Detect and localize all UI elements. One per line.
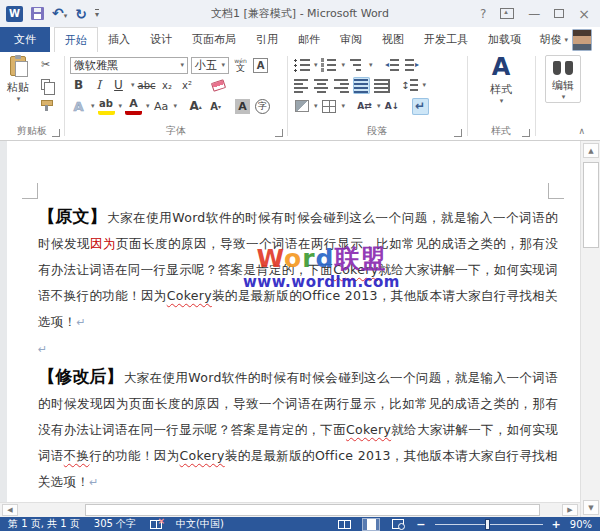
word-count[interactable]: 305 个字 xyxy=(94,517,136,531)
scroll-right-icon[interactable]: ▶ xyxy=(562,504,578,516)
bullets-button[interactable] xyxy=(293,57,310,74)
align-left-button[interactable] xyxy=(293,77,310,94)
underline-button[interactable]: U xyxy=(110,77,127,94)
character-shading-button[interactable]: A xyxy=(234,98,251,115)
close-icon[interactable]: × xyxy=(578,7,590,21)
multilevel-list-button[interactable] xyxy=(348,57,365,74)
clear-formatting-button[interactable] xyxy=(210,77,227,94)
editing-button[interactable]: 编辑 ▾ xyxy=(539,55,587,103)
vertical-scrollbar-thumb[interactable] xyxy=(583,162,599,248)
tab-home[interactable]: 开始 xyxy=(54,27,98,52)
undo-dropdown-icon[interactable]: ▾ xyxy=(64,12,68,20)
highlight-color-button[interactable]: ab xyxy=(98,98,115,115)
font-dialog-launcher[interactable] xyxy=(275,129,283,137)
text-segment[interactable]: 因为 xyxy=(90,236,116,251)
character-border-button[interactable]: A xyxy=(252,57,269,74)
text-effects-dropdown-icon[interactable]: ▾ xyxy=(91,102,95,110)
ribbon-display-options-icon[interactable] xyxy=(500,8,514,19)
asian-layout-button[interactable]: A⇄ xyxy=(356,98,373,115)
text-segment[interactable]: Cokery xyxy=(346,422,391,437)
text-segment[interactable]: Cokery xyxy=(180,448,225,463)
document-text[interactable]: 【原文】大家在使用Word软件的时候有时候会碰到这么一个问题，就是输入一个词语的… xyxy=(38,203,558,496)
text-segment[interactable]: 不换 xyxy=(64,448,90,463)
tab-mailings[interactable]: 邮件 xyxy=(288,27,330,52)
minimize-icon[interactable]: — xyxy=(528,8,540,20)
text-segment[interactable]: 【修改后】 xyxy=(38,366,124,386)
vertical-scrollbar[interactable]: ▲ ▼ xyxy=(580,141,600,517)
decrease-indent-button[interactable]: ◂ xyxy=(384,57,401,74)
redo-icon[interactable]: ↻ xyxy=(75,7,87,21)
text-segment[interactable]: 行的功能！因为 xyxy=(89,448,179,463)
asian-layout-dropdown-icon[interactable]: ▾ xyxy=(377,102,381,110)
save-icon[interactable] xyxy=(31,7,44,20)
shrink-font-button[interactable]: A xyxy=(207,98,224,115)
zoom-in-icon[interactable]: + xyxy=(552,518,561,531)
paste-button[interactable]: 粘贴 ▾ xyxy=(3,56,33,118)
text-segment[interactable]: ↵ xyxy=(38,343,48,356)
proofing-status[interactable]: × xyxy=(150,520,162,529)
shading-button[interactable] xyxy=(293,98,310,115)
document-paragraph[interactable]: 【原文】大家在使用Word软件的时候有时候会碰到这么一个问题，就是输入一个词语的… xyxy=(38,203,558,336)
word-logo-icon[interactable]: W xyxy=(6,6,23,22)
borders-dropdown-icon[interactable]: ▾ xyxy=(342,102,346,110)
sort-button[interactable]: A↓ xyxy=(384,98,401,115)
zoom-slider[interactable] xyxy=(435,524,543,525)
styles-dropdown-icon[interactable]: ▾ xyxy=(500,97,504,105)
avatar[interactable] xyxy=(572,29,592,51)
tab-page-layout[interactable]: 页面布局 xyxy=(182,27,246,52)
editing-dropdown-icon[interactable]: ▾ xyxy=(562,93,566,101)
subscript-button[interactable]: x₂ xyxy=(159,77,176,94)
align-right-button[interactable] xyxy=(333,77,350,94)
scroll-up-icon[interactable]: ▲ xyxy=(583,143,599,158)
paragraph-dialog-launcher[interactable] xyxy=(454,129,462,137)
change-case-button[interactable]: Aa xyxy=(153,98,170,115)
phonetic-guide-button[interactable]: wén 文 xyxy=(232,57,249,74)
justify-button[interactable] xyxy=(353,77,370,94)
account-name[interactable]: 胡俊 ▾ xyxy=(539,27,572,52)
scroll-left-icon[interactable]: ◀ xyxy=(2,504,18,516)
copy-icon[interactable] xyxy=(37,76,54,93)
print-layout-button[interactable] xyxy=(362,518,380,531)
enclose-characters-button[interactable]: 字 xyxy=(254,98,271,115)
superscript-button[interactable]: x² xyxy=(179,77,196,94)
tab-file[interactable]: 文件 xyxy=(0,27,50,52)
line-spacing-dropdown-icon[interactable]: ▾ xyxy=(422,81,426,89)
zoom-level[interactable]: 90% xyxy=(570,519,592,530)
text-segment[interactable]: ↵ xyxy=(89,476,99,489)
styles-button[interactable]: A 样式 ▾ xyxy=(469,55,533,105)
underline-dropdown-icon[interactable]: ▾ xyxy=(131,81,135,89)
increase-indent-button[interactable]: ▸ xyxy=(404,57,421,74)
tab-design[interactable]: 设计 xyxy=(140,27,182,52)
numbering-dropdown-icon[interactable]: ▾ xyxy=(342,61,346,69)
language-indicator[interactable]: 中文(中国) xyxy=(176,517,224,531)
tab-references[interactable]: 引用 xyxy=(246,27,288,52)
document-paragraph[interactable]: ↵ xyxy=(38,336,558,363)
zoom-slider-thumb[interactable] xyxy=(485,519,490,530)
bold-button[interactable]: B xyxy=(70,77,87,94)
font-name-dropdown-icon[interactable]: ▾ xyxy=(180,61,184,69)
font-color-dropdown-icon[interactable]: ▾ xyxy=(146,102,150,110)
text-segment[interactable]: Cokery xyxy=(333,262,378,277)
text-effects-button[interactable]: A xyxy=(70,98,87,115)
customize-qat-icon[interactable]: ▾ xyxy=(95,9,99,19)
numbering-button[interactable] xyxy=(321,57,338,74)
distribute-button[interactable] xyxy=(373,77,390,94)
font-name-combo[interactable]: 微软雅黑 ▾ xyxy=(70,57,188,74)
cut-icon[interactable]: ✂ xyxy=(37,56,54,73)
font-size-combo[interactable]: 小五 ▾ xyxy=(191,57,229,74)
change-case-dropdown-icon[interactable]: ▾ xyxy=(174,102,178,110)
format-painter-icon[interactable] xyxy=(37,96,54,113)
undo-button[interactable]: ↶▾ xyxy=(52,6,67,21)
bullets-dropdown-icon[interactable]: ▾ xyxy=(314,61,318,69)
highlight-dropdown-icon[interactable]: ▾ xyxy=(119,102,123,110)
page-indicator[interactable]: 第 1 页, 共 1 页 xyxy=(8,517,80,531)
grow-font-button[interactable]: A xyxy=(187,98,204,115)
horizontal-scrollbar-thumb[interactable] xyxy=(85,504,540,516)
multilevel-dropdown-icon[interactable]: ▾ xyxy=(369,61,373,69)
clipboard-dialog-launcher[interactable] xyxy=(52,129,60,137)
tab-insert[interactable]: 插入 xyxy=(98,27,140,52)
align-center-button[interactable] xyxy=(313,77,330,94)
document-page[interactable]: 【原文】大家在使用Word软件的时候有时候会碰到这么一个问题，就是输入一个词语的… xyxy=(7,141,580,502)
strikethrough-button[interactable]: abc xyxy=(138,77,156,94)
web-layout-button[interactable] xyxy=(389,518,407,531)
